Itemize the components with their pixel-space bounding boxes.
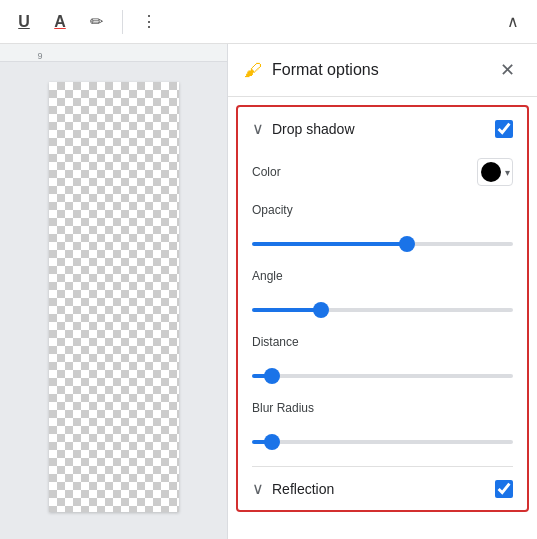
drop-shadow-checkbox[interactable] <box>495 120 513 138</box>
color-swatch <box>481 162 501 182</box>
doc-page <box>49 82 179 512</box>
distance-slider-container <box>252 360 513 386</box>
drop-shadow-content: Color ▾ Opacity <box>238 150 527 466</box>
angle-label: Angle <box>252 269 283 283</box>
blur-radius-slider-container <box>252 426 513 452</box>
opacity-slider-container <box>252 228 513 254</box>
drop-shadow-chevron-icon: ∨ <box>252 119 264 138</box>
highlight-button[interactable]: ✏ <box>82 8 110 36</box>
color-picker-button[interactable]: ▾ <box>477 158 513 186</box>
distance-slider[interactable] <box>252 374 513 378</box>
reflection-checkbox[interactable] <box>495 480 513 498</box>
underline-button[interactable]: U <box>10 8 38 36</box>
angle-slider[interactable] <box>252 308 513 312</box>
angle-slider-container <box>252 294 513 320</box>
color-dropdown-icon: ▾ <box>505 167 510 178</box>
reflection-title: Reflection <box>272 481 487 497</box>
drop-shadow-title: Drop shadow <box>272 121 487 137</box>
reflection-chevron-icon: ∨ <box>252 479 264 498</box>
angle-label-row: Angle <box>252 266 513 284</box>
font-color-button[interactable]: A <box>46 8 74 36</box>
ruler-mark: 9 <box>30 51 50 61</box>
color-row: Color ▾ <box>252 158 513 186</box>
toolbar-separator <box>122 10 123 34</box>
opacity-label-row: Opacity <box>252 200 513 218</box>
toolbar: U A ✏ ⋮ ∧ <box>0 0 537 44</box>
color-label: Color <box>252 165 332 179</box>
panel-header: 🖌 Format options ✕ <box>228 44 537 97</box>
distance-label: Distance <box>252 335 299 349</box>
ruler-marks: 9 <box>30 51 50 61</box>
format-panel: 🖌 Format options ✕ ∨ Drop shadow Color <box>227 44 537 539</box>
canvas-content[interactable] <box>0 62 227 532</box>
blur-radius-label: Blur Radius <box>252 401 314 415</box>
reflection-header[interactable]: ∨ Reflection <box>238 467 527 510</box>
drop-shadow-header[interactable]: ∨ Drop shadow <box>238 107 527 150</box>
color-control: ▾ <box>332 158 513 186</box>
opacity-label: Opacity <box>252 203 293 217</box>
main-area: 9 🖌 Format options ✕ ∨ Drop shadow <box>0 44 537 539</box>
distance-label-row: Distance <box>252 332 513 350</box>
opacity-slider[interactable] <box>252 242 513 246</box>
reflection-section: ∨ Reflection <box>238 467 527 510</box>
blur-radius-label-row: Blur Radius <box>252 398 513 416</box>
panel-title: Format options <box>272 61 483 79</box>
panel-header-icon: 🖌 <box>244 60 262 81</box>
close-button[interactable]: ✕ <box>493 56 521 84</box>
ruler: 9 <box>0 44 227 62</box>
drop-shadow-section: ∨ Drop shadow Color ▾ <box>238 107 527 466</box>
more-options-button[interactable]: ⋮ <box>135 8 163 36</box>
canvas-area: 9 <box>0 44 227 539</box>
blur-radius-slider[interactable] <box>252 440 513 444</box>
collapse-toolbar-button[interactable]: ∧ <box>499 8 527 36</box>
highlighted-sections: ∨ Drop shadow Color ▾ <box>236 105 529 512</box>
